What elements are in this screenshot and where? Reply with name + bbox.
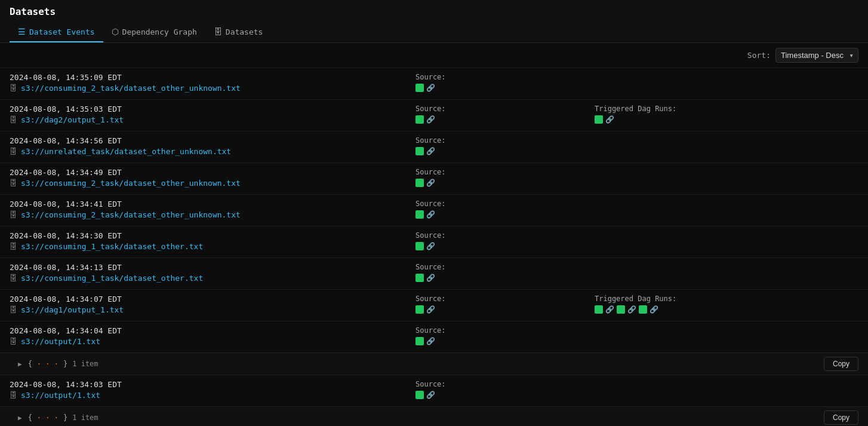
source-link-icon[interactable]: 🔗 (426, 337, 435, 345)
event-path-text[interactable]: s3://output/1.txt (21, 337, 100, 346)
source-link-icon[interactable]: 🔗 (426, 305, 435, 314)
green-badge (415, 115, 424, 124)
sort-select[interactable]: Timestamp - Desc Timestamp - Asc (775, 48, 858, 63)
triggered-green-badge (595, 305, 603, 314)
event-left: 2024-08-08, 14:35:09 EDT🗄s3://consuming_… (10, 73, 415, 93)
dataset-events-icon: ☰ (18, 27, 26, 36)
source-label: Source: (415, 73, 595, 81)
json-dots: · · · (37, 360, 59, 368)
triggered-link-icon[interactable]: 🔗 (627, 305, 636, 314)
source-link-icon[interactable]: 🔗 (426, 274, 435, 282)
tab-datasets[interactable]: 🗄 Datasets (205, 22, 272, 42)
database-icon: 🗄 (10, 179, 17, 188)
database-icon: 🗄 (10, 210, 17, 219)
event-timestamp: 2024-08-08, 14:34:13 EDT (10, 263, 415, 272)
json-dots: · · · (37, 413, 59, 422)
source-link-icon[interactable]: 🔗 (426, 84, 435, 92)
triggered-link-icon[interactable]: 🔗 (605, 305, 614, 314)
event-timestamp: 2024-08-08, 14:34:41 EDT (10, 200, 415, 209)
triggered-label: Triggered Dag Runs: (595, 105, 858, 113)
triggered-badges: 🔗🔗🔗 (595, 305, 858, 314)
event-source: Source:🔗 (415, 326, 595, 345)
event-main: 2024-08-08, 14:35:03 EDT🗄s3://dag2/outpu… (0, 100, 868, 131)
source-label: Source: (415, 200, 595, 208)
tab-dataset-events[interactable]: ☰ Dataset Events (10, 22, 103, 42)
event-row: 2024-08-08, 14:35:03 EDT🗄s3://dag2/outpu… (0, 100, 868, 131)
source-link-icon[interactable]: 🔗 (426, 391, 435, 399)
green-badge (415, 147, 424, 155)
green-badge (415, 391, 424, 399)
event-source: Source:🔗 (415, 136, 595, 155)
event-main: 2024-08-08, 14:34:13 EDT🗄s3://consuming_… (0, 258, 868, 289)
source-link-icon[interactable]: 🔗 (426, 147, 435, 155)
event-path-text[interactable]: s3://consuming_1_task/dataset_other.txt (21, 274, 203, 283)
database-icon: 🗄 (10, 84, 17, 93)
database-icon: 🗄 (10, 337, 17, 346)
page-header: Datasets ☰ Dataset Events ⬡ Dependency G… (0, 0, 868, 43)
source-label: Source: (415, 380, 595, 388)
event-source: Source:🔗 (415, 200, 595, 219)
event-path-text[interactable]: s3://consuming_2_task/dataset_other_unkn… (21, 179, 241, 188)
source-badges: 🔗 (415, 115, 595, 124)
event-path-text[interactable]: s3://consuming_2_task/dataset_other_unkn… (21, 84, 241, 93)
source-label: Source: (415, 105, 595, 113)
green-badge (415, 179, 424, 187)
source-badges: 🔗 (415, 210, 595, 219)
event-left: 2024-08-08, 14:34:03 EDT🗄s3://output/1.t… (10, 380, 415, 400)
event-main: 2024-08-08, 14:34:04 EDT🗄s3://output/1.t… (0, 321, 868, 353)
event-path: 🗄s3://consuming_2_task/dataset_other_unk… (10, 210, 415, 219)
event-path-text[interactable]: s3://consuming_2_task/dataset_other_unkn… (21, 210, 241, 219)
source-link-icon[interactable]: 🔗 (426, 242, 435, 250)
source-link-icon[interactable]: 🔗 (426, 210, 435, 219)
sort-wrapper: Timestamp - Desc Timestamp - Asc (775, 48, 858, 63)
green-badge (415, 274, 424, 282)
event-row: 2024-08-08, 14:34:49 EDT🗄s3://consuming_… (0, 163, 868, 195)
event-row: 2024-08-08, 14:34:56 EDT🗄s3://unrelated_… (0, 131, 868, 163)
json-open-brace: { (28, 413, 32, 422)
source-link-icon[interactable]: 🔗 (426, 115, 435, 124)
event-row: 2024-08-08, 14:34:07 EDT🗄s3://dag1/outpu… (0, 290, 868, 321)
database-icon: 🗄 (10, 242, 17, 251)
json-toggle[interactable]: ▶ (18, 360, 22, 368)
source-badges: 🔗 (415, 391, 595, 399)
source-badges: 🔗 (415, 147, 595, 155)
triggered-link-icon[interactable]: 🔗 (650, 305, 658, 314)
page-title: Datasets (10, 6, 858, 17)
datasets-icon: 🗄 (214, 27, 222, 36)
event-timestamp: 2024-08-08, 14:35:09 EDT (10, 73, 415, 82)
triggered-link-icon[interactable]: 🔗 (605, 115, 614, 124)
source-badges: 🔗 (415, 305, 595, 314)
event-left: 2024-08-08, 14:35:03 EDT🗄s3://dag2/outpu… (10, 105, 415, 124)
event-row: 2024-08-08, 14:34:41 EDT🗄s3://consuming_… (0, 195, 868, 226)
event-path-text[interactable]: s3://dag1/output_1.txt (21, 305, 124, 314)
tab-dependency-graph[interactable]: ⬡ Dependency Graph (103, 22, 205, 42)
source-badges: 🔗 (415, 337, 595, 345)
event-source: Source:🔗 (415, 73, 595, 92)
event-left: 2024-08-08, 14:34:04 EDT🗄s3://output/1.t… (10, 326, 415, 346)
source-label: Source: (415, 136, 595, 145)
event-timestamp: 2024-08-08, 14:34:30 EDT (10, 231, 415, 240)
event-path-text[interactable]: s3://dag2/output_1.txt (21, 115, 124, 124)
event-main: 2024-08-08, 14:35:09 EDT🗄s3://consuming_… (0, 68, 868, 99)
event-path: 🗄s3://consuming_1_task/dataset_other.txt (10, 242, 415, 251)
copy-button[interactable]: Copy (824, 410, 858, 425)
event-path-text[interactable]: s3://output/1.txt (21, 391, 100, 400)
json-close-brace: } (63, 360, 67, 368)
event-path-text[interactable]: s3://consuming_1_task/dataset_other.txt (21, 242, 203, 251)
json-toggle[interactable]: ▶ (18, 414, 22, 422)
event-timestamp: 2024-08-08, 14:34:49 EDT (10, 168, 415, 177)
json-close-brace: } (63, 413, 67, 422)
source-label: Source: (415, 263, 595, 271)
triggered-label: Triggered Dag Runs: (595, 295, 858, 303)
source-link-icon[interactable]: 🔗 (426, 179, 435, 187)
triggered-green-badge (639, 305, 647, 314)
database-icon: 🗄 (10, 147, 17, 156)
event-path-text[interactable]: s3://unrelated_task/dataset_other_unknow… (21, 147, 231, 156)
event-row: 2024-08-08, 14:34:13 EDT🗄s3://consuming_… (0, 258, 868, 290)
event-source: Source:🔗 (415, 231, 595, 250)
copy-button[interactable]: Copy (824, 357, 858, 371)
source-badges: 🔗 (415, 274, 595, 282)
event-triggered: Triggered Dag Runs:🔗 (595, 105, 858, 124)
event-left: 2024-08-08, 14:34:56 EDT🗄s3://unrelated_… (10, 136, 415, 156)
event-source: Source:🔗 (415, 105, 595, 124)
